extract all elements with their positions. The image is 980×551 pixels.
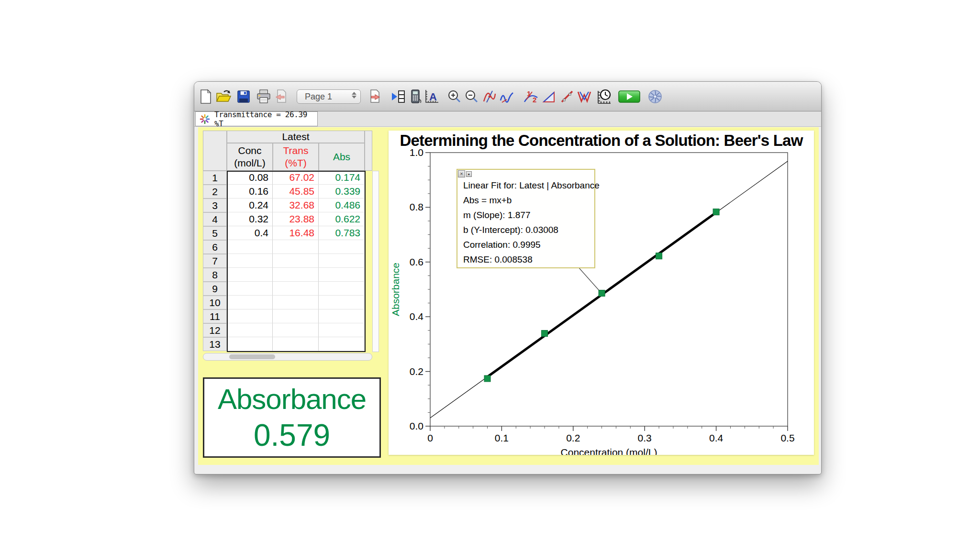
table-cell[interactable]: 45.85 bbox=[273, 185, 319, 198]
curve-fit-icon[interactable] bbox=[576, 88, 592, 105]
desktop: Page 1 A 12 bbox=[0, 0, 980, 551]
data-point[interactable] bbox=[484, 375, 490, 382]
table-cell[interactable] bbox=[227, 309, 273, 323]
data-table[interactable]: LatestConc(mol/L)Trans(%T)Abs10.0867.020… bbox=[203, 131, 379, 361]
table-cell[interactable] bbox=[319, 296, 365, 309]
row-number[interactable]: 4 bbox=[203, 212, 227, 226]
data-point[interactable] bbox=[713, 209, 719, 215]
table-cell[interactable]: 0.08 bbox=[227, 171, 273, 185]
table-cell[interactable] bbox=[319, 240, 365, 254]
table-cell[interactable] bbox=[227, 268, 273, 282]
zoom-out-icon[interactable] bbox=[463, 88, 479, 105]
row-number[interactable]: 6 bbox=[203, 240, 227, 254]
vertical-scrollbar[interactable] bbox=[372, 171, 379, 352]
data-point[interactable] bbox=[542, 331, 548, 337]
table-cell[interactable] bbox=[319, 282, 365, 296]
fitbox-close-icon[interactable]: × bbox=[458, 170, 465, 177]
readout-text: Transmittance = 26.39 %T bbox=[214, 110, 313, 128]
linear-fit-info-box[interactable]: × ▪ Linear Fit for: Latest | Absorbance … bbox=[457, 169, 595, 268]
table-cell[interactable]: 0.24 bbox=[227, 198, 273, 212]
table-cell[interactable]: 0.622 bbox=[319, 212, 365, 226]
table-cell[interactable]: 0.486 bbox=[319, 198, 365, 212]
row-number[interactable]: 13 bbox=[203, 337, 227, 351]
row-number[interactable]: 7 bbox=[203, 254, 227, 268]
previous-page-icon[interactable] bbox=[272, 88, 288, 105]
row-number[interactable]: 11 bbox=[203, 309, 227, 323]
table-cell[interactable] bbox=[273, 240, 319, 254]
x-tick-label: 0.3 bbox=[638, 432, 652, 443]
page-selector-dropdown[interactable]: Page 1 bbox=[297, 89, 361, 104]
tangent-icon[interactable] bbox=[499, 88, 515, 105]
text-annotation-icon[interactable]: A bbox=[423, 88, 440, 105]
table-cell[interactable] bbox=[319, 337, 365, 351]
data-collection-icon[interactable] bbox=[596, 88, 612, 105]
meter-value: 0.579 bbox=[254, 418, 330, 453]
table-cell[interactable]: 0.783 bbox=[319, 226, 365, 240]
table-cell[interactable] bbox=[227, 296, 273, 309]
next-page-icon[interactable] bbox=[368, 88, 384, 105]
graph-pane[interactable]: 00.10.20.30.40.50.00.20.40.60.81.0Concen… bbox=[389, 131, 814, 455]
fitbox-collapse-icon[interactable]: ▪ bbox=[466, 171, 472, 177]
statistics-icon[interactable] bbox=[541, 88, 557, 105]
data-point[interactable] bbox=[656, 253, 662, 259]
table-corner-stub bbox=[203, 131, 227, 171]
table-cell[interactable] bbox=[273, 323, 319, 337]
table-cell[interactable] bbox=[273, 309, 319, 323]
table-cell[interactable] bbox=[273, 337, 319, 351]
table-cell[interactable] bbox=[227, 323, 273, 337]
autoscale-pinwheel-icon[interactable] bbox=[647, 88, 663, 105]
save-icon[interactable] bbox=[235, 88, 252, 105]
table-cell[interactable]: 67.02 bbox=[273, 171, 319, 185]
data-point[interactable] bbox=[599, 290, 605, 297]
x-axis-title: Concentration (mol/L) bbox=[561, 447, 657, 455]
column-header-trans[interactable]: Trans(%T) bbox=[273, 143, 319, 171]
hscroll-thumb[interactable] bbox=[229, 354, 275, 359]
row-number[interactable]: 12 bbox=[203, 323, 227, 337]
table-cell[interactable] bbox=[227, 240, 273, 254]
table-cell[interactable] bbox=[319, 323, 365, 337]
row-number[interactable]: 9 bbox=[203, 282, 227, 296]
table-cell[interactable]: 16.48 bbox=[273, 226, 319, 240]
row-number[interactable]: 2 bbox=[203, 185, 227, 198]
table-cell[interactable] bbox=[227, 282, 273, 296]
table-cell[interactable] bbox=[227, 337, 273, 351]
table-cell[interactable] bbox=[273, 254, 319, 268]
table-cell[interactable] bbox=[273, 282, 319, 296]
row-number[interactable]: 5 bbox=[203, 226, 227, 240]
row-number[interactable]: 3 bbox=[203, 198, 227, 212]
table-cell[interactable]: 0.339 bbox=[319, 185, 365, 198]
table-cell[interactable] bbox=[319, 254, 365, 268]
table-cell[interactable]: 0.32 bbox=[227, 212, 273, 226]
integral-icon[interactable]: 12 bbox=[523, 88, 539, 105]
table-cell[interactable]: 0.16 bbox=[227, 185, 273, 198]
print-icon[interactable] bbox=[256, 88, 272, 105]
table-cell[interactable]: 0.174 bbox=[319, 171, 365, 185]
row-number[interactable]: 8 bbox=[203, 268, 227, 282]
row-number[interactable]: 10 bbox=[203, 296, 227, 309]
table-cell[interactable]: 32.68 bbox=[273, 198, 319, 212]
experiment-page: LatestConc(mol/L)Trans(%T)Abs10.0867.020… bbox=[198, 127, 819, 465]
new-document-icon[interactable] bbox=[198, 88, 214, 105]
table-cell[interactable]: 23.88 bbox=[273, 212, 319, 226]
plot-area[interactable]: 00.10.20.30.40.50.00.20.40.60.81.0Concen… bbox=[389, 131, 814, 455]
open-folder-icon[interactable] bbox=[216, 88, 232, 105]
table-cell[interactable] bbox=[273, 296, 319, 309]
table-cell[interactable] bbox=[319, 309, 365, 323]
table-cell[interactable]: 0.4 bbox=[227, 226, 273, 240]
absorbance-meter[interactable]: Absorbance 0.579 bbox=[203, 377, 381, 458]
column-header-abs[interactable]: Abs bbox=[319, 143, 365, 171]
collect-button[interactable] bbox=[617, 88, 641, 105]
fit-rmse: RMSE: 0.008538 bbox=[463, 254, 533, 265]
table-cell[interactable] bbox=[273, 268, 319, 282]
data-table-icon[interactable] bbox=[390, 88, 406, 105]
examine-icon[interactable] bbox=[481, 88, 498, 105]
column-header-conc[interactable]: Conc(mol/L) bbox=[227, 143, 273, 171]
zoom-in-icon[interactable] bbox=[446, 88, 462, 105]
linear-fit-icon[interactable] bbox=[559, 88, 575, 105]
table-cell[interactable] bbox=[227, 254, 273, 268]
row-number[interactable]: 1 bbox=[203, 171, 227, 185]
table-cell[interactable] bbox=[319, 268, 365, 282]
horizontal-scrollbar[interactable] bbox=[203, 353, 372, 361]
live-readout: Transmittance = 26.39 %T bbox=[195, 111, 318, 126]
calculator-icon[interactable] bbox=[407, 88, 423, 105]
